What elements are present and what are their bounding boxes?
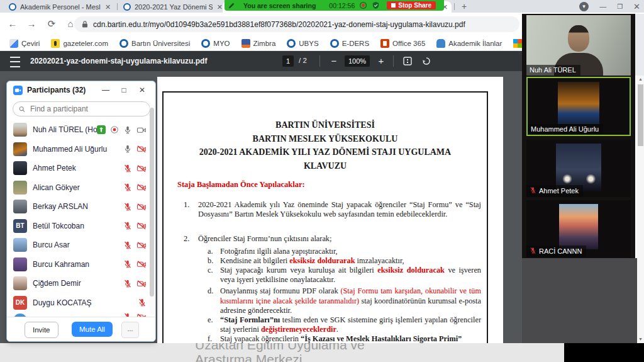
list-marker: 2. [184, 234, 189, 244]
cam-off-icon[interactable] [136, 222, 147, 230]
bookmark--eviri[interactable]: Çeviri [5, 39, 44, 48]
bookmark-e-ders[interactable]: E-DERS [326, 39, 374, 48]
video-thumbnail[interactable]: Muhammed Ali Uğurlu [526, 77, 631, 136]
zoom-level[interactable]: 100% [345, 55, 370, 67]
list-marker: 1. [184, 200, 189, 210]
zoom-out-icon[interactable]: − [328, 55, 340, 67]
bookmark-office-365[interactable]: Office 365 [376, 39, 430, 48]
cam-off-icon[interactable] [136, 260, 147, 268]
address-bar[interactable]: cdn.bartin.edu.tr/myo/0d10949b3a2e591bd3… [74, 16, 519, 32]
participant-name: Alican Gökyer [33, 183, 123, 192]
bookmark-myo[interactable]: MYO [197, 39, 234, 48]
doc-list-item: f.Staj yapacak öğrencilerin “İş Kazası v… [220, 334, 481, 343]
tab-divider [454, 3, 455, 10]
mic-on-icon[interactable] [123, 125, 132, 135]
recording-icon[interactable] [359, 1, 367, 9]
mic-off-icon [530, 186, 536, 195]
cam-off-icon[interactable] [136, 203, 147, 211]
new-tab-button[interactable]: + [459, 2, 469, 12]
lock-icon[interactable] [82, 20, 88, 28]
minimize-button[interactable]: — [599, 3, 606, 10]
participant-row[interactable]: Muhammed Ali Uğurlu [7, 140, 152, 159]
mic-on-icon[interactable] [123, 144, 132, 154]
profile-icon[interactable]: ▾ [579, 2, 589, 11]
avatar: DK [13, 296, 27, 310]
participants-scrollbar[interactable] [150, 104, 154, 315]
video-thumbnail[interactable]: Ahmet Petek [526, 140, 631, 197]
mic-off-icon [530, 247, 536, 256]
security-shield-icon[interactable] [372, 1, 380, 9]
panel-close-button[interactable]: ✕ [135, 86, 149, 94]
participant-row[interactable]: Çiğdem Demir [7, 274, 152, 293]
cam-off-icon[interactable] [136, 280, 147, 288]
participant-row[interactable]: Berkay ARSLAN [7, 197, 152, 217]
mic-off-icon[interactable] [123, 202, 132, 212]
participant-search-box[interactable] [13, 101, 150, 116]
mic-off-icon[interactable] [138, 298, 147, 307]
bookmark-akademik-i-lanlar[interactable]: Akademik İlanlar [432, 39, 506, 48]
toolbar-divider [319, 55, 320, 67]
video-thumbnail[interactable]: Nuh Ali TÜREL [526, 15, 631, 76]
mic-off-icon[interactable] [123, 164, 132, 173]
bartin-icon [119, 39, 128, 48]
participant-row[interactable]: Alican Gökyer [7, 178, 152, 198]
mic-off-icon[interactable] [123, 279, 132, 288]
tab-akademik-personel[interactable]: Akademik Personel - Meslek Yüks ✕ [5, 1, 116, 13]
rotate-icon[interactable] [421, 56, 432, 69]
mic-off-icon[interactable] [123, 259, 132, 269]
mic-off-icon[interactable] [123, 183, 132, 192]
zoom-in-icon[interactable]: + [375, 55, 387, 67]
fit-page-icon[interactable] [402, 56, 413, 69]
scrollbar-thumb[interactable] [150, 108, 154, 297]
invite-button[interactable]: Invite [25, 322, 58, 338]
participant-status-icons [123, 202, 147, 212]
video-scrollbar[interactable]: ▲ ▼ [637, 76, 644, 343]
cam-on-icon[interactable] [136, 126, 147, 134]
page-number-input[interactable]: 1 [282, 55, 294, 67]
tab-close-icon[interactable]: ✕ [217, 4, 223, 11]
panel-minimize-button[interactable]: — [99, 86, 113, 94]
video-thumbnail[interactable]: RACİ CANNN [526, 200, 631, 257]
mic-off-icon[interactable] [123, 221, 132, 230]
participant-row[interactable]: Burcu Kahraman [7, 255, 152, 274]
participant-name: RACİ CANNN [539, 247, 582, 255]
cam-off-icon[interactable] [136, 183, 147, 191]
mic-off-icon[interactable] [123, 240, 132, 250]
cam-off-icon[interactable] [136, 241, 147, 249]
doc-list-item: a.Fotoğrafını ilgili alana yapıştıracakt… [220, 247, 481, 256]
doc-text-segment: Onaylanmış staj formunu PDF olarak [220, 286, 340, 295]
doc-text-segment: “İş Kazası ve Meslek Hastalıkları Sigort… [301, 334, 462, 343]
search-input[interactable] [29, 104, 144, 114]
participant-row[interactable]: Burcu Asar [7, 235, 152, 255]
participant-row[interactable]: BTBetül Tokcoban [7, 217, 152, 236]
participant-row[interactable]: DKDuygu KOCATAŞ [7, 293, 152, 313]
participants-header[interactable]: Participants (32) — □ ✕ [7, 81, 155, 99]
mute-all-button[interactable]: Mute All [72, 322, 113, 337]
bookmark-gazeteler-com[interactable]: gazeteler.com [47, 39, 113, 48]
bookmark-zimbra[interactable]: Zimbra [237, 39, 280, 48]
reload-icon[interactable]: ⟳ [45, 18, 58, 30]
participant-row[interactable]: Ahmet Petek [7, 159, 152, 178]
cam-off-icon[interactable] [136, 145, 147, 153]
participant-name: Burcu Asar [33, 240, 123, 249]
participant-name: Ahmet Petek [539, 187, 579, 195]
tab-staj-duyurusu[interactable]: 2020-2021 Yaz Dönemi Staj Duyu ✕ [119, 1, 226, 13]
maximize-button[interactable]: ❐ [617, 3, 623, 10]
video-strip-empty-area [522, 258, 637, 343]
scroll-up-icon[interactable]: ▲ [637, 76, 644, 83]
tab-close-icon[interactable]: ✕ [105, 4, 111, 11]
bookmark-ubys[interactable]: UBYS [282, 39, 323, 48]
close-button[interactable]: ✕ [633, 2, 640, 11]
cam-off-icon[interactable] [136, 164, 147, 173]
menu-icon[interactable] [10, 57, 20, 67]
panel-maximize-button[interactable]: □ [117, 86, 131, 94]
stop-share-button[interactable]: Stop Share [387, 1, 436, 9]
participant-row[interactable]: Nuh Ali TÜREL (Host, me) [7, 120, 152, 140]
scroll-down-icon[interactable]: ▼ [637, 336, 644, 343]
forward-icon[interactable]: → [25, 18, 38, 30]
scrollbar-thumb[interactable] [638, 84, 643, 146]
more-options-button[interactable]: ... [121, 322, 139, 338]
bookmark-bart-n-niversitesi[interactable]: Bartın Üniversitesi [115, 39, 194, 48]
back-icon[interactable]: ← [6, 18, 19, 30]
profile-photo [559, 204, 598, 249]
